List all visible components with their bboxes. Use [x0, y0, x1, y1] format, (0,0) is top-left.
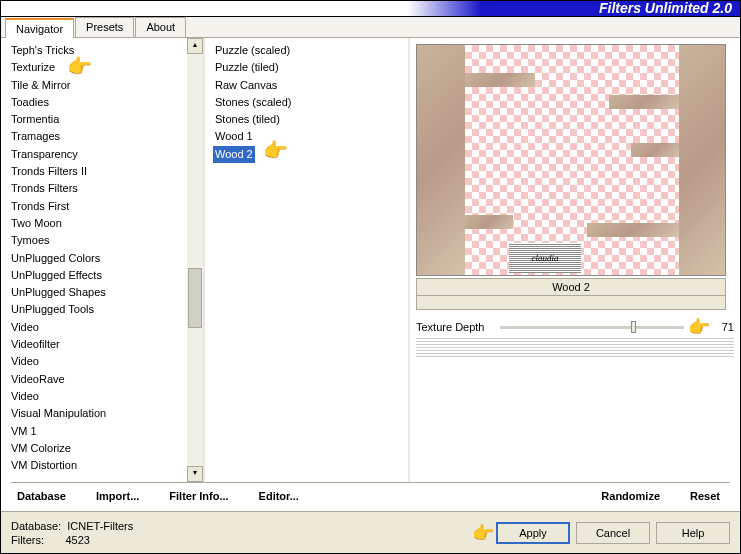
slider-value: 71: [710, 321, 734, 333]
list-item[interactable]: UnPlugged Colors: [9, 250, 203, 267]
list-item[interactable]: Transparency: [9, 146, 203, 163]
slider-row: Texture Depth 👉 71: [410, 318, 740, 336]
list-item[interactable]: VM 1: [9, 423, 203, 440]
scroll-up-icon[interactable]: ▴: [187, 38, 203, 54]
tab-navigator[interactable]: Navigator: [5, 18, 74, 38]
database-button[interactable]: Database: [11, 488, 72, 504]
title-bar: Filters Unlimited 2.0: [1, 1, 740, 17]
list-item[interactable]: Wood 2: [213, 146, 255, 163]
list-item[interactable]: Stones (scaled): [213, 94, 408, 111]
list-item[interactable]: Video: [9, 388, 203, 405]
scrollbar[interactable]: ▴ ▾: [187, 38, 203, 482]
reset-button[interactable]: Reset: [684, 488, 726, 504]
apply-button[interactable]: Apply: [496, 522, 570, 544]
list-item[interactable]: Tymoes: [9, 232, 203, 249]
list-item[interactable]: Raw Canvas: [213, 77, 408, 94]
slider-label: Texture Depth: [416, 321, 496, 333]
list-item[interactable]: Tramages: [9, 128, 203, 145]
preview-label: Wood 2: [416, 278, 726, 296]
list-item[interactable]: Visual Manipulation: [9, 405, 203, 422]
watermark: claudia: [509, 243, 581, 273]
filter-info-button[interactable]: Filter Info...: [163, 488, 234, 504]
main-content: Teph's TricksTexturizeTile & MirrorToadi…: [1, 38, 740, 482]
list-item[interactable]: Tile & Mirror: [9, 77, 203, 94]
help-button[interactable]: Help: [656, 522, 730, 544]
import-button[interactable]: Import...: [90, 488, 145, 504]
slider-thumb[interactable]: [631, 321, 636, 333]
footer: Database: ICNET-Filters Filters: 4523 👉 …: [1, 511, 740, 553]
preview-column: claudia Wood 2 Texture Depth 👉 71: [410, 38, 740, 482]
list-item[interactable]: UnPlugged Shapes: [9, 284, 203, 301]
list-item[interactable]: Wood 1: [213, 128, 408, 145]
window-title: Filters Unlimited 2.0: [599, 0, 732, 16]
list-item[interactable]: Tronds First: [9, 198, 203, 215]
list-item[interactable]: Toadies: [9, 94, 203, 111]
preview-image: claudia: [416, 44, 726, 276]
filters-unlimited-window: Filters Unlimited 2.0 NavigatorPresetsAb…: [0, 0, 741, 554]
list-item[interactable]: Two Moon: [9, 215, 203, 232]
list-item[interactable]: Teph's Tricks: [9, 42, 203, 59]
scroll-thumb[interactable]: [188, 268, 202, 328]
list-item[interactable]: Puzzle (scaled): [213, 42, 408, 59]
list-item[interactable]: Texturize: [9, 59, 203, 76]
category-list[interactable]: Teph's TricksTexturizeTile & MirrorToadi…: [1, 38, 203, 482]
list-item[interactable]: VM Distortion: [9, 457, 203, 474]
list-item[interactable]: VideoRave: [9, 371, 203, 388]
list-item[interactable]: UnPlugged Effects: [9, 267, 203, 284]
list-item[interactable]: UnPlugged Tools: [9, 301, 203, 318]
list-item[interactable]: Videofilter: [9, 336, 203, 353]
pointer-icon: 👉: [688, 316, 710, 338]
editor-button[interactable]: Editor...: [253, 488, 305, 504]
texture-depth-slider[interactable]: [500, 326, 684, 329]
scroll-down-icon[interactable]: ▾: [187, 466, 203, 482]
randomize-button[interactable]: Randomize: [595, 488, 666, 504]
list-item[interactable]: Puzzle (tiled): [213, 59, 408, 76]
category-column: Teph's TricksTexturizeTile & MirrorToadi…: [1, 38, 205, 482]
list-item[interactable]: Video: [9, 319, 203, 336]
list-item[interactable]: Tormentia: [9, 111, 203, 128]
pointer-icon: 👉: [472, 522, 494, 544]
list-item[interactable]: VM Colorize: [9, 440, 203, 457]
toolbar: Database Import... Filter Info... Editor…: [1, 484, 740, 508]
list-item[interactable]: Tronds Filters: [9, 180, 203, 197]
cancel-button[interactable]: Cancel: [576, 522, 650, 544]
filter-column: Puzzle (scaled)Puzzle (tiled)Raw CanvasS…: [205, 38, 410, 482]
list-item[interactable]: Tronds Filters II: [9, 163, 203, 180]
tab-about[interactable]: About: [135, 17, 186, 37]
filter-list[interactable]: Puzzle (scaled)Puzzle (tiled)Raw CanvasS…: [205, 38, 408, 482]
preview-sub: [416, 296, 726, 310]
tab-bar: NavigatorPresetsAbout: [1, 17, 740, 38]
list-item[interactable]: Video: [9, 353, 203, 370]
list-item[interactable]: Stones (tiled): [213, 111, 408, 128]
tab-presets[interactable]: Presets: [75, 17, 134, 37]
footer-info: Database: ICNET-Filters Filters: 4523: [11, 519, 133, 547]
